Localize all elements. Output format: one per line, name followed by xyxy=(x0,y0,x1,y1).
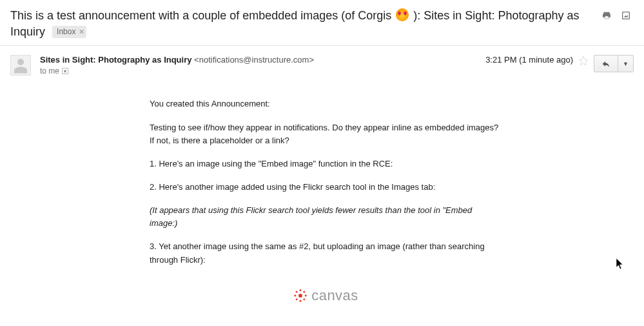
header-tools xyxy=(601,8,634,21)
subject-container: This is a test announcement with a coupl… xyxy=(10,8,601,40)
svg-point-7 xyxy=(296,298,298,300)
canvas-logo-icon xyxy=(293,289,307,303)
body-p1: Testing to see if/how they appear in not… xyxy=(150,121,502,147)
email-subject: This is a test announcement with a coupl… xyxy=(10,9,580,38)
email-header: This is a test announcement with a coupl… xyxy=(0,0,644,46)
subject-text-before: This is a test announcement with a coupl… xyxy=(10,9,395,22)
message-body: You created this Announcement: Testing t… xyxy=(150,97,502,306)
print-icon[interactable] xyxy=(601,10,612,21)
chevron-down-icon: ▼ xyxy=(623,61,629,67)
body-p3: 2. Here's another image added using the … xyxy=(150,181,502,194)
canvas-logo: canvas xyxy=(150,285,502,307)
more-actions-button[interactable]: ▼ xyxy=(618,55,634,72)
inbox-label-text: Inbox xyxy=(57,26,75,37)
body-p5: 3. Yet another image using the same as #… xyxy=(150,240,502,266)
open-new-window-icon[interactable] xyxy=(621,10,631,21)
heart-eyes-emoji-icon xyxy=(396,8,409,21)
sender-name[interactable]: Sites in Sight: Photography as Inquiry xyxy=(40,55,191,65)
timestamp: 3:21 PM (1 minute ago) xyxy=(485,55,573,65)
reply-button[interactable] xyxy=(594,55,618,72)
svg-point-2 xyxy=(300,300,302,301)
svg-point-3 xyxy=(294,294,296,296)
sender-line: Sites in Sight: Photography as Inquiry <… xyxy=(40,55,476,65)
canvas-logo-text: canvas xyxy=(311,285,358,307)
svg-point-1 xyxy=(300,289,302,291)
svg-point-6 xyxy=(304,290,306,292)
body-intro: You created this Announcement: xyxy=(150,97,502,110)
to-text: to me xyxy=(40,66,59,76)
reply-button-group: ▼ xyxy=(594,55,634,72)
svg-point-5 xyxy=(296,290,298,292)
sender-info: Sites in Sight: Photography as Inquiry <… xyxy=(40,55,476,76)
sender-email: <notifications@instructure.com> xyxy=(194,55,314,65)
message-actions: 3:21 PM (1 minute ago) ▼ xyxy=(485,55,634,76)
remove-label-icon[interactable]: ✕ xyxy=(79,27,84,37)
recipient-line: to me ▾ xyxy=(40,66,476,76)
svg-point-8 xyxy=(304,298,306,300)
message-meta-row: Sites in Sight: Photography as Inquiry <… xyxy=(0,46,644,76)
inbox-label[interactable]: Inbox ✕ xyxy=(52,26,86,38)
svg-point-4 xyxy=(305,294,307,296)
body-p2: 1. Here's an image using the "Embed imag… xyxy=(150,158,502,170)
svg-point-0 xyxy=(298,294,302,298)
mouse-cursor-icon xyxy=(616,258,624,270)
star-icon[interactable] xyxy=(578,56,589,66)
sender-avatar[interactable] xyxy=(10,55,31,76)
show-details-icon[interactable]: ▾ xyxy=(62,68,68,74)
body-p4: (It appears that using this Flickr searc… xyxy=(150,204,502,230)
